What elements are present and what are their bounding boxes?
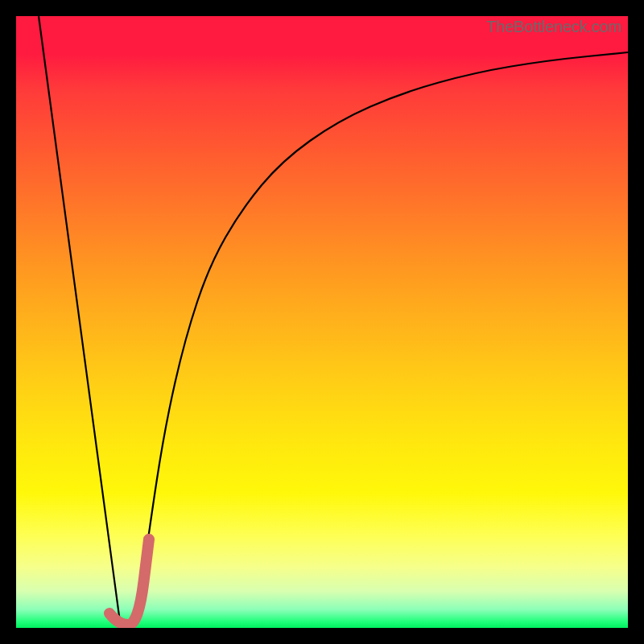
outer-frame: TheBottleneck.com: [0, 0, 644, 644]
chart-lines: [39, 16, 628, 628]
series-right-curve: [137, 52, 628, 620]
series-left-line: [39, 16, 121, 628]
plot-area: TheBottleneck.com: [16, 16, 628, 628]
chart-svg: [16, 16, 628, 628]
watermark-text: TheBottleneck.com: [486, 18, 621, 36]
